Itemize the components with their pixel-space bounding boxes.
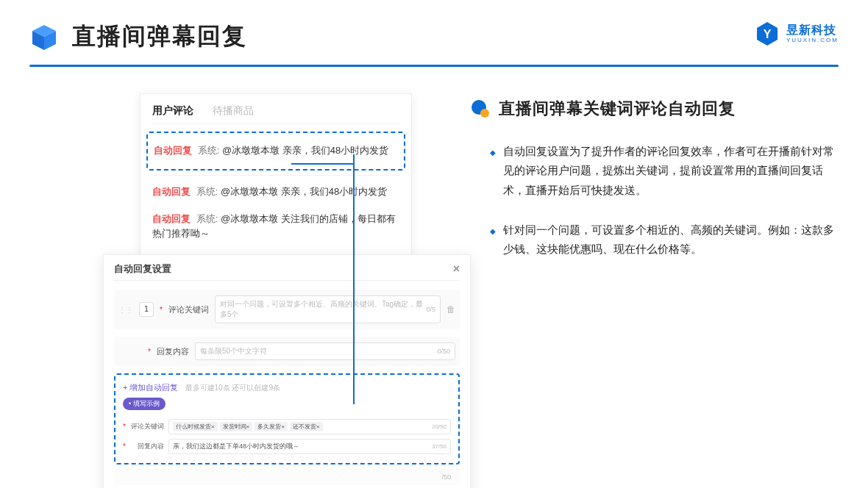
tab-pending-products[interactable]: 待播商品 (213, 104, 254, 118)
comment-text: @冰墩墩本墩 亲亲，我们48小时内发货 (222, 145, 388, 156)
keyword-row: ⋮⋮ 1 * 评论关键词 对同一个问题，可设置多个相近、高频的关键词。Tag确定… (114, 290, 460, 329)
reply-content-row: * 回复内容 每条限50个中文字符 0/50 (114, 337, 460, 366)
system-label: 系统: (198, 145, 220, 156)
keyword-chip[interactable]: 多久发货× (255, 422, 288, 431)
screenshot-mockup: 用户评论 待播商品 自动回复 系统: @冰墩墩本墩 亲亲，我们48小时内发货 自… (103, 93, 427, 488)
placeholder-text: 每条限50个中文字符 (200, 346, 267, 356)
chat-bubble-icon (471, 99, 490, 118)
keyword-label: 评论关键词 (168, 304, 209, 315)
brand-subtitle: YUUXIN.COM (786, 37, 839, 43)
highlighted-comment-callout: 自动回复 系统: @冰墩墩本墩 亲亲，我们48小时内发货 (146, 132, 405, 171)
description-paragraph: 针对同一个问题，可设置多个相近的、高频的关键词。例如：这款多少钱、这块能优惠吗、… (503, 220, 839, 259)
outer-counter: /50 (441, 473, 451, 481)
comment-text: @冰墩墩本墩 亲亲，我们48小时内发货 (221, 186, 387, 197)
keyword-chip[interactable]: 还不发货× (290, 422, 323, 431)
example-reply-counter: 37/50 (432, 443, 447, 450)
outer-counter-row: /50 (114, 469, 460, 485)
svg-point-5 (480, 109, 489, 118)
section-title: 直播间弹幕关键词评论自动回复 (499, 98, 736, 120)
settings-title: 自动回复设置 (114, 262, 171, 276)
description-column: 直播间弹幕关键词评论自动回复 ◆ 自动回复设置为了提升作者的评论回复效率，作者可… (471, 93, 839, 279)
system-label: 系统: (196, 213, 218, 224)
reply-input[interactable]: 每条限50个中文字符 0/50 (195, 342, 455, 360)
keyword-chip[interactable]: 什么时候发货× (173, 422, 218, 431)
drag-handle-icon[interactable]: ⋮⋮ (118, 306, 133, 314)
description-paragraph: 自动回复设置为了提升作者的评论回复效率，作者可在开播前针对常见的评论用户问题，提… (503, 142, 839, 200)
example-keyword-counter: 20/50 (432, 423, 447, 430)
page-title: 直播间弹幕回复 (72, 21, 247, 53)
delete-icon[interactable]: 🗑 (447, 304, 455, 315)
required-star: * (148, 348, 151, 356)
brand-name: 昱新科技 (786, 24, 839, 36)
auto-reply-settings-panel: 自动回复设置 × ⋮⋮ 1 * 评论关键词 对同一个问题，可设置多个相近、高频的… (103, 254, 471, 488)
cube-logo-icon (29, 22, 59, 51)
example-reply-value: 亲，我们这边都是下单48小时内发货的哦～ (173, 442, 299, 451)
reply-counter: 0/50 (437, 348, 450, 355)
example-callout: + 增加自动回复 最多可建10条 还可以创建9条 • 填写示例 * 评论关键词 … (114, 373, 460, 464)
brand-icon: Y (754, 21, 780, 47)
add-limit-note: 最多可建10条 还可以创建9条 (185, 384, 280, 392)
placeholder-text: 对同一个问题，可设置多个相近、高频的关键词。Tag确定，最多5个 (220, 299, 427, 320)
add-auto-reply-link[interactable]: + 增加自动回复 (123, 383, 178, 392)
reply-label: 回复内容 (157, 346, 189, 357)
auto-reply-tag: 自动回复 (152, 186, 191, 197)
row-number: 1 (139, 302, 154, 317)
svg-text:Y: Y (764, 28, 772, 40)
keyword-input[interactable]: 对同一个问题，可设置多个相近、高频的关键词。Tag确定，最多5个 0/5 (215, 295, 441, 323)
example-reply-input[interactable]: 亲，我们这边都是下单48小时内发货的哦～ 37/50 (168, 439, 451, 454)
required-star: * (160, 306, 163, 314)
example-reply-label: 回复内容 (130, 442, 164, 451)
required-star: * (123, 423, 126, 431)
tab-user-comments[interactable]: 用户评论 (152, 104, 193, 118)
close-icon[interactable]: × (453, 262, 460, 276)
keyword-chip[interactable]: 发货时间× (220, 422, 253, 431)
auto-reply-tag: 自动回复 (152, 213, 191, 224)
example-keyword-input[interactable]: 什么时候发货× 发货时间× 多久发货× 还不发货× 20/50 (168, 419, 451, 434)
diamond-bullet-icon: ◆ (490, 220, 496, 238)
example-keyword-label: 评论关键词 (130, 422, 164, 431)
required-star: * (123, 442, 126, 451)
brand-block: Y 昱新科技 YUUXIN.COM (754, 21, 839, 47)
diamond-bullet-icon: ◆ (490, 142, 496, 159)
keyword-counter: 0/5 (426, 306, 435, 313)
auto-reply-tag: 自动回复 (154, 145, 192, 156)
example-pill: • 填写示例 (123, 398, 166, 410)
system-label: 系统: (196, 186, 218, 197)
